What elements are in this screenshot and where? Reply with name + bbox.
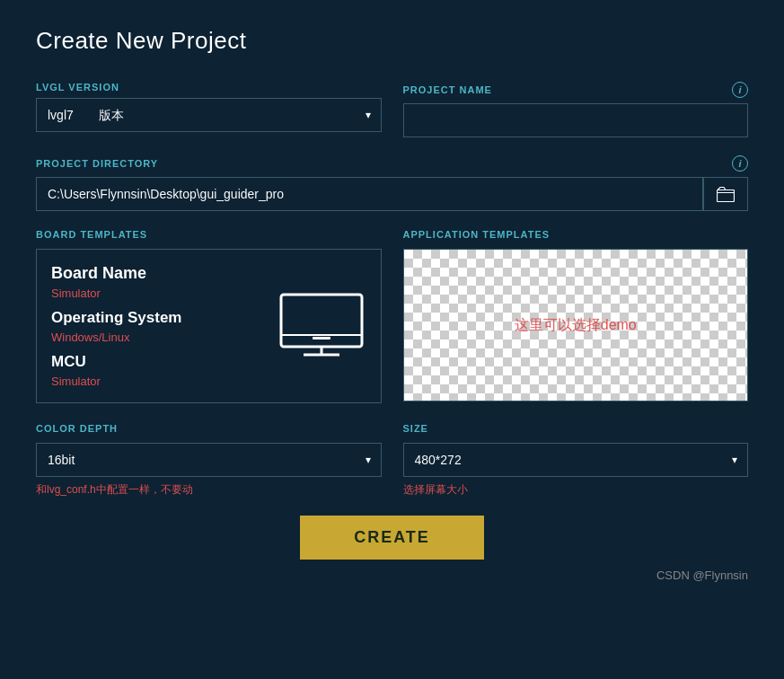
project-name-label: PROJECT NAME <box>403 84 492 95</box>
board-mcu-value: Simulator <box>51 375 182 388</box>
board-templates-section: BOARD TEMPLATES Board Name Simulator Ope… <box>36 229 382 403</box>
app-templates-label: APPLICATION TEMPLATES <box>403 229 749 240</box>
board-os-value: Windows/Linux <box>51 331 182 344</box>
board-templates-label: BOARD TEMPLATES <box>36 229 382 240</box>
templates-row: BOARD TEMPLATES Board Name Simulator Ope… <box>36 229 748 403</box>
project-directory-group: PROJECT DIRECTORY i <box>36 155 748 211</box>
color-depth-group: COLOR DEPTH 16bit 32bit 8bit ▾ 和lvg_conf… <box>36 423 382 498</box>
project-directory-input[interactable] <box>36 177 703 211</box>
directory-row <box>36 177 748 211</box>
dialog-container: Create New Project LVGL VERSION lvgl7 版本… <box>0 0 784 679</box>
board-template-card[interactable]: Board Name Simulator Operating System Wi… <box>36 249 382 403</box>
board-mcu-label: MCU <box>51 353 182 371</box>
color-depth-select-wrapper: 16bit 32bit 8bit ▾ <box>36 443 382 477</box>
lvgl-version-label: LVGL VERSION <box>36 82 382 93</box>
bottom-row: COLOR DEPTH 16bit 32bit 8bit ▾ 和lvg_conf… <box>36 423 748 498</box>
row-version-name: LVGL VERSION lvgl7 版本 lvgl8 lvgl9 ▾ PROJ… <box>36 82 748 137</box>
directory-browse-button[interactable] <box>703 177 748 211</box>
svg-rect-0 <box>718 190 735 202</box>
board-info: Board Name Simulator Operating System Wi… <box>51 264 182 388</box>
app-templates-section: APPLICATION TEMPLATES 这里可以选择demo <box>403 229 749 403</box>
lvgl-version-select[interactable]: lvgl7 版本 lvgl8 lvgl9 <box>36 98 382 132</box>
size-label: SIZE <box>403 423 749 434</box>
project-directory-label: PROJECT DIRECTORY <box>36 158 158 169</box>
size-select[interactable]: 480*272 800*480 1024*600 320*240 <box>403 443 749 477</box>
project-name-info-icon[interactable]: i <box>732 82 748 98</box>
project-name-group: PROJECT NAME i <box>403 82 749 137</box>
board-os-label: Operating System <box>51 309 182 327</box>
create-section: CREATE <box>36 516 748 560</box>
page-title: Create New Project <box>36 27 748 55</box>
create-button[interactable]: CREATE <box>300 516 484 560</box>
folder-icon <box>717 186 735 202</box>
size-hint: 选择屏幕大小 <box>403 482 749 498</box>
size-group: SIZE 480*272 800*480 1024*600 320*240 ▾ … <box>403 423 749 498</box>
color-depth-select[interactable]: 16bit 32bit 8bit <box>36 443 382 477</box>
color-depth-label: COLOR DEPTH <box>36 423 382 434</box>
watermark: CSDN @Flynnsin <box>36 569 748 582</box>
board-name-label: Board Name <box>51 264 182 283</box>
app-template-preview[interactable]: 这里可以选择demo <box>403 249 749 401</box>
board-name-value: Simulator <box>51 287 182 300</box>
color-depth-hint: 和lvg_conf.h中配置一样，不要动 <box>36 482 382 498</box>
lvgl-version-group: LVGL VERSION lvgl7 版本 lvgl8 lvgl9 ▾ <box>36 82 382 137</box>
app-template-text: 这里可以选择demo <box>515 316 637 335</box>
svg-rect-5 <box>313 337 330 340</box>
size-select-wrapper: 480*272 800*480 1024*600 320*240 ▾ <box>403 443 749 477</box>
project-name-input[interactable] <box>403 103 749 137</box>
monitor-icon <box>277 290 366 362</box>
project-directory-info-icon[interactable]: i <box>732 155 748 172</box>
lvgl-version-select-wrapper: lvgl7 版本 lvgl8 lvgl9 ▾ <box>36 98 382 132</box>
